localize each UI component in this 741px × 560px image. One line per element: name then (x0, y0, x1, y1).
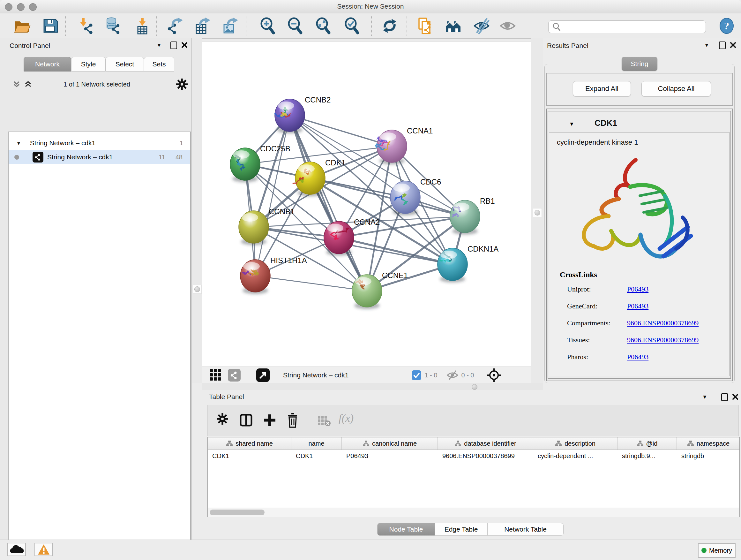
show-columns-icon[interactable] (239, 413, 253, 427)
warnings-button[interactable] (35, 543, 53, 556)
first-neighbors-icon[interactable] (444, 17, 463, 35)
table-panel-float-icon[interactable]: ▼ (702, 394, 708, 400)
splitter-handle-dot[interactable] (535, 210, 540, 215)
zoom-fit-icon[interactable] (314, 17, 333, 35)
network-share-icon[interactable] (228, 369, 241, 381)
protein-collapse-triangle-icon[interactable]: ▼ (569, 121, 575, 127)
results-panel-close-icon[interactable] (730, 42, 736, 48)
collection-expand-triangle-icon[interactable]: ▼ (16, 140, 21, 146)
tab-network[interactable]: Network (23, 57, 71, 71)
table-cell[interactable]: CDK1 (291, 450, 342, 462)
cloud-button[interactable] (7, 543, 26, 556)
open-session-icon[interactable] (13, 17, 31, 35)
import-network-file-icon[interactable] (77, 17, 96, 35)
collapse-all-networks-icon[interactable] (12, 80, 21, 89)
node-CDKN1A[interactable]: CDKN1A (437, 245, 498, 283)
create-column-icon[interactable] (263, 413, 277, 427)
control-panel-maximize-icon[interactable] (171, 42, 177, 49)
export-image-icon[interactable] (222, 17, 240, 35)
table-cell[interactable]: cyclin-dependent ... (533, 450, 617, 462)
network-row[interactable]: String Network – cdk1 11 48 (9, 150, 190, 164)
edge-CCNB2-CCNA1[interactable] (290, 115, 392, 146)
table-cell[interactable]: stringdb:9... (617, 450, 677, 462)
zoom-out-icon[interactable] (286, 17, 305, 35)
table-cell[interactable]: 9606.ENSP00000378699 (438, 450, 533, 462)
open-in-window-icon[interactable] (256, 368, 270, 382)
hide-selected-icon[interactable] (472, 17, 491, 35)
network-graph[interactable]: CCNB2 CCNA1 CDC25B CDK1 CDC6 R (202, 42, 531, 367)
table-panel-close-icon[interactable] (732, 394, 738, 400)
table-horizontal-scrollbar[interactable] (208, 508, 739, 517)
right-splitter[interactable] (531, 38, 543, 383)
export-table-icon[interactable] (194, 17, 212, 35)
node-CCNA2[interactable]: CCNA2 (324, 218, 380, 256)
column-header-canonical-name[interactable]: canonical name (342, 437, 438, 449)
control-panel-float-icon[interactable]: ▼ (156, 42, 162, 49)
refresh-view-icon[interactable] (381, 17, 399, 35)
node-HIST1H1A[interactable]: HIST1H1A (240, 256, 307, 294)
column-header-database-identifier[interactable]: database identifier (438, 437, 533, 449)
results-panel-float-icon[interactable]: ▼ (704, 42, 710, 49)
node-RB1[interactable]: RB1 (450, 197, 495, 235)
network-collection-row[interactable]: ▼ String Network – cdk1 1 (9, 136, 190, 150)
edge-CDK1-RB1[interactable] (310, 178, 465, 216)
expand-all-networks-icon[interactable] (23, 80, 32, 89)
column-header-description[interactable]: description (533, 437, 617, 449)
export-network-icon[interactable] (166, 17, 185, 35)
crosslink-link[interactable]: 9606.ENSP00000378699 (627, 319, 698, 327)
node-table[interactable]: shared namenamecanonical namedatabase id… (207, 437, 740, 517)
import-table-file-icon[interactable] (133, 17, 151, 35)
zoom-in-icon[interactable] (259, 17, 277, 35)
column-header-namespace[interactable]: namespace (677, 437, 740, 449)
table-options-gear-icon[interactable] (217, 413, 228, 425)
selected-checkbox-icon[interactable] (412, 370, 421, 380)
birdseye-grid-icon[interactable] (209, 369, 222, 381)
search-input[interactable] (561, 23, 703, 30)
network-options-gear-icon[interactable] (176, 78, 188, 90)
left-splitter[interactable] (192, 38, 202, 383)
tab-string[interactable]: String (622, 57, 657, 71)
table-header-row[interactable]: shared namenamecanonical namedatabase id… (208, 437, 739, 450)
tab-sets[interactable]: Sets (144, 57, 174, 71)
show-all-icon[interactable] (498, 17, 517, 35)
crosslink-link[interactable]: P06493 (627, 285, 649, 294)
edge-HIST1H1A-CCNE1[interactable] (255, 276, 367, 291)
results-panel-maximize-icon[interactable] (719, 42, 726, 49)
column-header-name[interactable]: name (291, 437, 342, 449)
collapse-all-button[interactable]: Collapse All (642, 81, 711, 97)
node-CCNB1[interactable]: CCNB1 (239, 207, 294, 245)
delete-columns-icon[interactable] (286, 413, 299, 428)
tab-style[interactable]: Style (71, 57, 106, 71)
expand-all-button[interactable]: Expand All (573, 81, 631, 97)
table-row[interactable]: CDK1CDK1P064939606.ENSP00000378699cyclin… (208, 450, 739, 462)
table-cell[interactable]: CDK1 (208, 450, 291, 462)
clone-network-icon[interactable] (416, 17, 434, 35)
crosslink-link[interactable]: P06493 (627, 302, 649, 310)
zoom-selected-icon[interactable] (343, 17, 361, 35)
tab-node-table[interactable]: Node Table (377, 523, 435, 536)
table-cell[interactable]: P06493 (342, 450, 438, 462)
memory-button[interactable]: Memory (698, 543, 736, 558)
scrollbar-thumb[interactable] (210, 509, 265, 515)
tab-select[interactable]: Select (106, 57, 144, 71)
import-network-database-icon[interactable] (104, 17, 123, 35)
network-canvas[interactable]: CCNB2 CCNA1 CDC25B CDK1 CDC6 R (202, 41, 531, 367)
crosslink-link[interactable]: 9606.ENSP00000378699 (627, 336, 698, 344)
splitter-handle-dot[interactable] (194, 287, 200, 292)
table-cell[interactable]: stringdb (677, 450, 740, 462)
node-CCNE1[interactable]: CCNE1 (352, 271, 408, 309)
tab-network-table[interactable]: Network Table (487, 523, 563, 536)
save-session-icon[interactable] (41, 17, 60, 35)
splitter-handle-dot[interactable] (472, 384, 477, 390)
control-panel-close-icon[interactable] (181, 42, 188, 48)
tab-edge-table[interactable]: Edge Table (435, 523, 487, 536)
column-header-at-id[interactable]: @id (617, 437, 677, 449)
column-header-shared-name[interactable]: shared name (208, 437, 291, 449)
search-box[interactable] (548, 20, 706, 33)
table-panel-maximize-icon[interactable] (721, 393, 728, 401)
edge-CCNA2-CDKN1A[interactable] (339, 238, 453, 264)
crosslink-link[interactable]: P06493 (627, 353, 649, 361)
node-CDC6[interactable]: CDC6 (390, 178, 441, 215)
help-icon[interactable]: ? (718, 17, 736, 35)
fit-content-crosshair-icon[interactable] (487, 368, 501, 382)
